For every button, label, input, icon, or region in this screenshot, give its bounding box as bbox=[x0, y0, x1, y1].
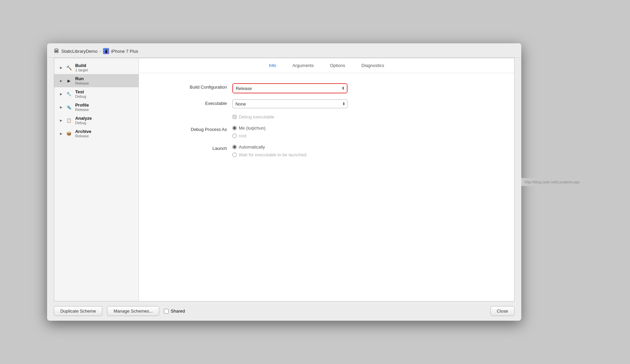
radio-automatically: Automatically bbox=[232, 144, 361, 150]
build-label: Build bbox=[75, 63, 88, 68]
app-icon: 🏛 bbox=[54, 48, 59, 54]
expand-icon-run: ▶ bbox=[60, 79, 63, 83]
launch-control: Automatically Wait for executable to be … bbox=[232, 144, 361, 157]
settings-panel: Build Configuration Debug Release ⬍ Ex bbox=[139, 73, 514, 301]
build-sublabel: 1 target bbox=[75, 68, 88, 72]
run-sublabel: Release bbox=[75, 81, 89, 85]
launch-radio-group: Automatically Wait for executable to be … bbox=[232, 144, 361, 157]
radio-root-input[interactable] bbox=[232, 134, 237, 138]
manage-schemes-button[interactable]: Manage Schemes... bbox=[107, 306, 159, 316]
sidebar-item-run[interactable]: ▶ ▶ Run Release bbox=[54, 74, 139, 87]
debug-process-control: Me (luqichun) root bbox=[232, 126, 361, 138]
radio-me-label: Me (luqichun) bbox=[239, 126, 266, 131]
test-sublabel: Debug bbox=[75, 94, 86, 98]
sidebar-item-test[interactable]: ▶ 🔧 Test Debug bbox=[54, 87, 139, 100]
expand-icon-build: ▶ bbox=[60, 66, 63, 69]
executable-label: Executable bbox=[159, 99, 227, 106]
analyze-icon: 📋 bbox=[66, 117, 72, 124]
radio-me: Me (luqichun) bbox=[232, 126, 361, 131]
app-name: StaticLibraryDemo bbox=[61, 49, 98, 54]
debug-process-row: Debug Process As Me (luqichun) root bbox=[159, 126, 494, 138]
test-text: Test Debug bbox=[75, 89, 86, 98]
footer: Duplicate Scheme Manage Schemes... Share… bbox=[47, 301, 521, 321]
debug-executable-checkbox[interactable] bbox=[232, 115, 237, 119]
shared-label: Shared bbox=[171, 309, 185, 314]
test-icon: 🔧 bbox=[66, 91, 72, 97]
expand-icon-analyze: ▶ bbox=[60, 119, 63, 122]
archive-text: Archive Release bbox=[75, 129, 91, 138]
main-panel: ▶ 🔨 Build 1 target ▶ ▶ Run Release ▶ 🔧 bbox=[54, 58, 514, 301]
expand-icon-test: ▶ bbox=[60, 92, 63, 96]
sidebar-item-analyze[interactable]: ▶ 📋 Analyze Debug bbox=[54, 114, 139, 127]
analyze-sublabel: Debug bbox=[75, 121, 92, 125]
tab-options[interactable]: Options bbox=[329, 62, 346, 69]
radio-wait-input[interactable] bbox=[232, 153, 237, 157]
breadcrumb: 🏛 StaticLibraryDemo › 📱 iPhone 7 Plus bbox=[54, 48, 138, 54]
debug-executable-label: Debug executable bbox=[239, 114, 274, 119]
expand-icon-archive: ▶ bbox=[60, 132, 63, 135]
sidebar-item-build[interactable]: ▶ 🔨 Build 1 target bbox=[54, 61, 139, 74]
radio-wait-label: Wait for executable to be launched bbox=[239, 152, 307, 157]
device-icon: 📱 bbox=[103, 48, 109, 54]
profile-sublabel: Release bbox=[75, 108, 89, 112]
launch-label: Launch bbox=[159, 144, 227, 151]
archive-sublabel: Release bbox=[75, 134, 91, 138]
executable-select-wrapper: None ⬍ bbox=[232, 99, 348, 108]
build-configuration-select-wrapper: Debug Release ⬍ bbox=[232, 83, 348, 93]
archive-label: Archive bbox=[75, 129, 91, 134]
build-text: Build 1 target bbox=[75, 63, 88, 72]
tab-info[interactable]: Info bbox=[268, 62, 278, 69]
tab-bar: Info Arguments Options Diagnostics bbox=[139, 58, 514, 73]
radio-me-input[interactable] bbox=[232, 126, 237, 130]
debug-executable-row: Debug executable bbox=[159, 114, 494, 119]
radio-wait: Wait for executable to be launched bbox=[232, 152, 361, 157]
device-name: iPhone 7 Plus bbox=[111, 49, 138, 54]
titlebar: 🏛 StaticLibraryDemo › 📱 iPhone 7 Plus bbox=[47, 43, 521, 58]
build-configuration-label: Build Configuration bbox=[159, 83, 227, 90]
executable-control: None ⬍ bbox=[232, 99, 361, 108]
radio-root-label: root bbox=[239, 133, 246, 138]
sidebar: ▶ 🔨 Build 1 target ▶ ▶ Run Release ▶ 🔧 bbox=[54, 58, 139, 301]
radio-automatically-label: Automatically bbox=[239, 144, 265, 150]
build-configuration-select[interactable]: Debug Release bbox=[233, 84, 347, 93]
build-configuration-row: Build Configuration Debug Release ⬍ bbox=[159, 83, 494, 93]
run-icon: ▶ bbox=[66, 77, 72, 84]
build-icon: 🔨 bbox=[66, 64, 72, 71]
radio-automatically-input[interactable] bbox=[232, 145, 237, 149]
run-label: Run bbox=[75, 76, 89, 81]
content-area: Info Arguments Options Diagnostics Build… bbox=[139, 58, 514, 301]
executable-row: Executable None ⬍ bbox=[159, 99, 494, 108]
radio-root: root bbox=[232, 133, 361, 138]
sidebar-item-archive[interactable]: ▶ 📦 Archive Release bbox=[54, 127, 139, 140]
profile-icon: 🔩 bbox=[66, 104, 72, 111]
sidebar-item-profile[interactable]: ▶ 🔩 Profile Release bbox=[54, 100, 139, 114]
close-button[interactable]: Close bbox=[490, 306, 514, 316]
archive-icon: 📦 bbox=[66, 130, 72, 137]
breadcrumb-separator: › bbox=[100, 49, 101, 53]
tab-arguments[interactable]: Arguments bbox=[291, 62, 315, 69]
shared-checkbox[interactable] bbox=[164, 309, 169, 314]
duplicate-scheme-button[interactable]: Duplicate Scheme bbox=[54, 306, 103, 316]
watermark: http://blog.csdn.net/LocationLuqo bbox=[521, 178, 583, 186]
analyze-text: Analyze Debug bbox=[75, 116, 92, 125]
analyze-label: Analyze bbox=[75, 116, 92, 121]
profile-text: Profile Release bbox=[75, 103, 89, 112]
debug-process-label: Debug Process As bbox=[159, 126, 227, 132]
run-text: Run Release bbox=[75, 76, 89, 85]
launch-row: Launch Automatically Wait for executable… bbox=[159, 144, 494, 157]
test-label: Test bbox=[75, 89, 86, 94]
tab-diagnostics[interactable]: Diagnostics bbox=[360, 62, 385, 69]
executable-select[interactable]: None bbox=[232, 99, 348, 108]
debug-process-radio-group: Me (luqichun) root bbox=[232, 126, 361, 138]
profile-label: Profile bbox=[75, 103, 89, 108]
build-configuration-control: Debug Release ⬍ bbox=[232, 83, 361, 93]
shared-area: Shared bbox=[164, 309, 185, 314]
expand-icon-profile: ▶ bbox=[60, 106, 63, 109]
